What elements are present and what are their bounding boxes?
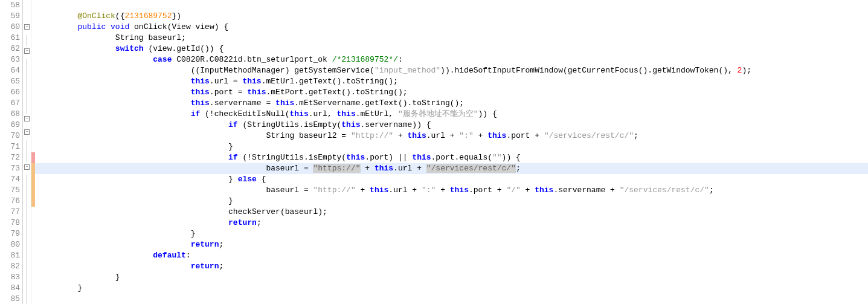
change-marker — [31, 218, 35, 228]
code-line[interactable]: @OnClick({2131689752}) — [35, 11, 868, 22]
code-line[interactable]: String baseurl; — [35, 33, 868, 44]
code-line[interactable]: this.port = this.mEtPort.getText().toStr… — [35, 87, 868, 98]
line-number[interactable]: 80 — [5, 239, 20, 250]
change-marker — [31, 196, 35, 207]
token: this — [535, 186, 553, 195]
code-line[interactable]: } else { — [35, 174, 868, 185]
line-number[interactable]: 61 — [5, 33, 20, 44]
code-area[interactable]: @OnClick({2131689752}) public void onCli… — [35, 0, 868, 304]
fold-minus-icon[interactable]: − — [24, 48, 30, 54]
fold-cell[interactable]: − — [23, 129, 31, 140]
line-number[interactable]: 64 — [5, 65, 20, 76]
code-line[interactable]: if (!checkEditIsNull(this.url, this.mEtU… — [35, 109, 868, 120]
fold-cell — [23, 140, 31, 151]
code-text: baseurl = "https://" + this.url + "/serv… — [35, 163, 521, 174]
line-number[interactable]: 73 — [5, 163, 20, 174]
line-number[interactable]: 65 — [5, 76, 20, 87]
fold-minus-icon[interactable]: − — [24, 116, 30, 121]
token: )).hideSoftInputFromWindow(getCurrentFoc… — [440, 66, 737, 75]
token: .mEtUrl.getText().toString(); — [262, 77, 398, 86]
line-number[interactable]: 79 — [5, 228, 20, 239]
code-line[interactable]: this.servername = this.mEtServername.get… — [35, 98, 868, 109]
code-line[interactable]: } — [35, 283, 868, 294]
code-editor[interactable]: 5859606162636465666768697071727374757677… — [0, 0, 868, 304]
line-number[interactable]: 67 — [5, 98, 20, 109]
code-line[interactable]: this.url = this.mEtUrl.getText().toStrin… — [35, 76, 868, 87]
change-marker — [31, 98, 35, 109]
code-line[interactable]: if (StringUtils.isEmpty(this.servername)… — [35, 120, 868, 131]
token: + — [521, 186, 535, 195]
code-text: String baseurl; — [35, 33, 186, 44]
fold-cell[interactable]: − — [23, 164, 31, 175]
line-number[interactable]: 84 — [5, 283, 20, 294]
token: "/" — [506, 186, 520, 195]
token: }) — [172, 11, 181, 21]
code-line[interactable]: case C0820R.C0822id.btn_seturlport_ok /*… — [35, 54, 868, 65]
line-number[interactable]: 82 — [5, 261, 20, 272]
line-number[interactable]: 70 — [5, 131, 20, 141]
line-number[interactable]: 66 — [5, 87, 20, 98]
fold-cell — [23, 241, 31, 251]
line-number[interactable]: 71 — [5, 141, 20, 152]
token: )) { — [478, 109, 497, 118]
fold-minus-icon[interactable]: − — [24, 24, 30, 30]
token: this — [337, 109, 356, 118]
code-text: public void onClick(View view) { — [35, 22, 228, 33]
code-text: } — [35, 196, 233, 207]
fold-cell[interactable]: − — [23, 24, 31, 35]
code-line[interactable]: } — [35, 272, 868, 283]
fold-minus-icon[interactable]: − — [24, 164, 30, 170]
code-line[interactable]: switch (view.getId()) { — [35, 44, 868, 54]
token: (!StringUtils.isEmpty( — [238, 153, 346, 162]
line-number[interactable]: 77 — [5, 207, 20, 218]
token: this — [191, 88, 210, 97]
change-marker — [31, 185, 35, 196]
line-number[interactable]: 63 — [5, 54, 20, 65]
line-number[interactable]: 74 — [5, 174, 20, 185]
code-line[interactable]: baseurl = "https://" + this.url + "/serv… — [35, 163, 868, 174]
line-number[interactable]: 68 — [5, 109, 20, 120]
line-number[interactable]: 69 — [5, 120, 20, 131]
code-line[interactable]: return; — [35, 218, 868, 228]
token: .mEtServername.getText().toString(); — [294, 99, 464, 108]
token: else — [238, 175, 257, 184]
line-number[interactable]: 62 — [5, 44, 20, 54]
change-marker — [31, 294, 35, 304]
fold-cell — [23, 273, 31, 284]
line-number[interactable]: 85 — [5, 294, 20, 304]
token: "服务器地址不能为空" — [398, 109, 478, 118]
fold-cell[interactable]: − — [23, 48, 31, 59]
code-line[interactable]: return; — [35, 239, 868, 250]
token: this — [487, 131, 506, 140]
code-line[interactable]: baseurl = "http://" + this.url + ":" + t… — [35, 185, 868, 196]
line-number[interactable]: 83 — [5, 272, 20, 283]
fold-gutter[interactable]: −−−−− — [23, 0, 31, 304]
line-number[interactable]: 60 — [5, 22, 20, 33]
token: } — [228, 142, 233, 151]
line-number[interactable]: 58 — [5, 0, 20, 11]
code-line[interactable]: if (!StringUtils.isEmpty(this.port) || t… — [35, 152, 868, 163]
line-number[interactable]: 75 — [5, 185, 20, 196]
token: .mEtPort.getText().toString(); — [266, 88, 408, 97]
code-line[interactable]: String baseurl2 = "http://" + this.url +… — [35, 131, 868, 141]
change-marker — [31, 239, 35, 250]
code-line[interactable]: checkServer(baseurl); — [35, 207, 868, 218]
fold-minus-icon[interactable]: − — [24, 129, 30, 135]
code-line[interactable]: return; — [35, 261, 868, 272]
line-number[interactable]: 81 — [5, 250, 20, 261]
code-line[interactable]: public void onClick(View view) { — [35, 22, 868, 33]
line-number[interactable]: 78 — [5, 218, 20, 228]
code-line[interactable] — [35, 0, 868, 11]
change-marker — [31, 207, 35, 218]
line-number[interactable]: 59 — [5, 11, 20, 22]
code-line[interactable]: } — [35, 141, 868, 152]
fold-cell — [23, 103, 31, 114]
fold-cell[interactable]: − — [23, 116, 31, 127]
code-line[interactable]: ((InputMethodManager) getSystemService("… — [35, 65, 868, 76]
code-line[interactable]: default: — [35, 250, 868, 261]
code-line[interactable]: } — [35, 196, 868, 207]
line-number[interactable]: 76 — [5, 196, 20, 207]
code-line[interactable] — [35, 294, 868, 304]
code-line[interactable]: } — [35, 228, 868, 239]
line-number[interactable]: 72 — [5, 152, 20, 163]
